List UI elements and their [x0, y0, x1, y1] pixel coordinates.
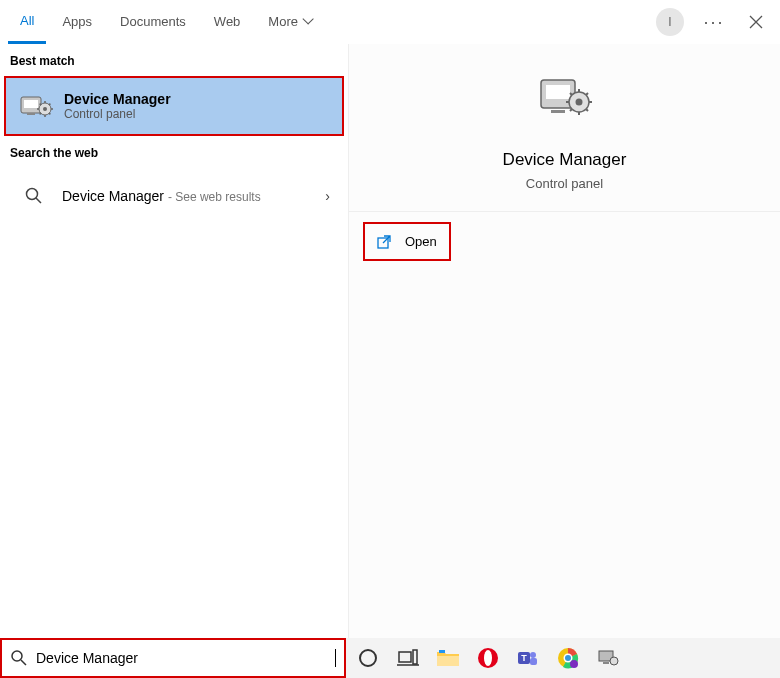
svg-rect-19 [437, 656, 459, 666]
opera-icon[interactable] [474, 644, 502, 672]
user-avatar[interactable]: I [656, 8, 684, 36]
preview-device-manager-icon [535, 70, 595, 130]
svg-point-15 [360, 650, 376, 666]
text-cursor [335, 649, 336, 667]
svg-rect-8 [546, 85, 570, 99]
overflow-menu-icon[interactable]: ··· [702, 10, 726, 34]
svg-rect-2 [27, 113, 35, 115]
svg-rect-9 [551, 110, 565, 113]
web-suffix: - See web results [168, 190, 261, 204]
search-icon [10, 649, 28, 667]
results-pane: Best match Device Manager Control panel … [0, 44, 348, 638]
result-subtitle: Control panel [64, 107, 171, 121]
svg-point-31 [570, 660, 578, 668]
chevron-right-icon: › [325, 188, 330, 204]
svg-point-30 [565, 655, 571, 661]
svg-rect-16 [399, 652, 411, 662]
best-match-label: Best match [0, 44, 348, 76]
svg-rect-17 [413, 650, 417, 664]
web-result[interactable]: Device Manager - See web results › [4, 168, 344, 224]
svg-rect-26 [530, 658, 537, 665]
tab-apps[interactable]: Apps [50, 0, 104, 44]
bottom-bar: T [0, 638, 780, 678]
web-query-text: Device Manager [62, 188, 164, 204]
close-icon [749, 15, 763, 29]
preview-title: Device Manager [365, 150, 764, 170]
svg-point-13 [12, 651, 22, 661]
svg-point-11 [575, 99, 582, 106]
open-icon [377, 235, 393, 249]
svg-point-22 [484, 650, 492, 666]
svg-line-14 [21, 660, 26, 665]
preview-pane: Device Manager Control panel Open [348, 44, 780, 638]
svg-rect-1 [24, 100, 38, 108]
search-web-label: Search the web [0, 136, 348, 168]
taskbar: T [346, 638, 780, 678]
task-view-icon[interactable] [394, 644, 422, 672]
svg-point-5 [27, 189, 38, 200]
search-input[interactable] [28, 650, 335, 666]
preview-subtitle: Control panel [365, 176, 764, 191]
cortana-icon[interactable] [354, 644, 382, 672]
tab-web[interactable]: Web [202, 0, 253, 44]
search-icon [16, 178, 52, 214]
chevron-down-icon [302, 13, 313, 24]
close-button[interactable] [744, 10, 768, 34]
open-button[interactable]: Open [363, 222, 451, 261]
svg-rect-33 [603, 662, 609, 664]
tab-more-label: More [268, 14, 298, 29]
svg-point-25 [530, 652, 536, 658]
result-device-manager[interactable]: Device Manager Control panel [4, 76, 344, 136]
chrome-icon[interactable] [554, 644, 582, 672]
tab-more[interactable]: More [256, 0, 322, 44]
svg-rect-20 [439, 650, 445, 653]
search-tabs: All Apps Documents Web More I ··· [0, 0, 780, 44]
result-title: Device Manager [64, 91, 171, 107]
svg-text:T: T [521, 653, 527, 663]
tab-all[interactable]: All [8, 0, 46, 44]
svg-line-6 [36, 198, 41, 203]
file-explorer-icon[interactable] [434, 644, 462, 672]
teams-icon[interactable]: T [514, 644, 542, 672]
search-box[interactable] [0, 638, 346, 678]
svg-point-4 [43, 107, 47, 111]
tab-documents[interactable]: Documents [108, 0, 198, 44]
open-label: Open [405, 234, 437, 249]
device-manager-icon [18, 88, 54, 124]
device-icon[interactable] [594, 644, 622, 672]
svg-point-34 [610, 657, 618, 665]
